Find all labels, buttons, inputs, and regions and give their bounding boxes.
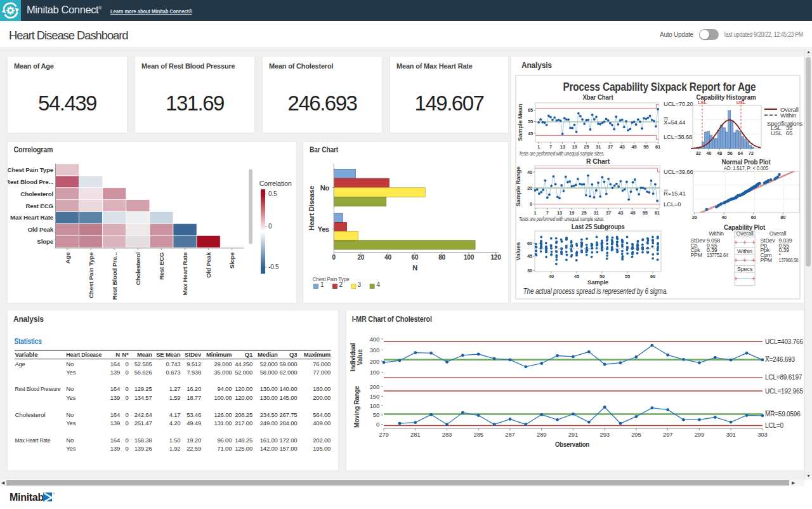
svg-text:180.00: 180.00	[313, 385, 331, 392]
svg-text:0.5: 0.5	[268, 190, 277, 197]
svg-text:49: 49	[631, 210, 636, 216]
svg-text:-0.5: -0.5	[268, 263, 279, 270]
svg-text:71.00: 71.00	[218, 445, 232, 452]
svg-text:Sample Range: Sample Range	[514, 166, 521, 206]
svg-text:126.00: 126.00	[214, 411, 232, 418]
svg-text:35.000: 35.000	[214, 369, 232, 376]
svg-text:UCL=403.766: UCL=403.766	[765, 338, 803, 345]
svg-text:140.00: 140.00	[279, 385, 297, 392]
svg-text:142.00: 142.00	[260, 445, 278, 452]
svg-text:129.25: 129.25	[134, 385, 152, 392]
svg-text:161.00: 161.00	[260, 437, 278, 444]
svg-text:284.00: 284.00	[279, 420, 297, 426]
svg-text:4.20: 4.20	[169, 420, 181, 426]
svg-text:Variable: Variable	[15, 351, 37, 358]
svg-text:202.00: 202.00	[313, 437, 331, 444]
svg-text:77.000: 77.000	[313, 369, 331, 376]
svg-text:Median: Median	[258, 351, 278, 358]
svg-text:LCL=0: LCL=0	[765, 422, 783, 429]
svg-text:0.743: 0.743	[166, 360, 181, 367]
svg-text:25: 25	[584, 144, 589, 150]
svg-text:R Chart: R Chart	[586, 157, 610, 165]
svg-text:80: 80	[438, 254, 445, 261]
svg-text:31: 31	[594, 210, 599, 216]
svg-text:43: 43	[620, 144, 625, 150]
svg-text:Rest Blood Pressure: Rest Blood Pressure	[15, 385, 60, 392]
svg-text:0: 0	[125, 385, 128, 392]
svg-text:72: 72	[749, 150, 754, 156]
svg-text:Slope: Slope	[228, 252, 235, 268]
svg-text:150: 150	[370, 393, 379, 400]
svg-text:50: 50	[373, 411, 379, 418]
svg-text:49: 49	[632, 144, 637, 150]
svg-text:Analysis: Analysis	[13, 315, 44, 324]
svg-text:Maximum: Maximum	[304, 351, 331, 358]
svg-text:45: 45	[528, 131, 533, 136]
svg-text:0: 0	[125, 369, 128, 376]
svg-text:295: 295	[631, 431, 641, 438]
svg-text:62.000: 62.000	[279, 369, 297, 376]
svg-text:267.75: 267.75	[279, 411, 297, 418]
svg-text:Analysis: Analysis	[521, 61, 552, 70]
svg-text:PPM: PPM	[761, 257, 772, 263]
svg-text:130.00: 130.00	[260, 394, 278, 401]
svg-text:The actual process spread is r: The actual process spread is represented…	[523, 287, 668, 296]
svg-text:61: 61	[655, 210, 660, 216]
svg-text:20: 20	[357, 254, 364, 261]
svg-text:I-MR Chart of Cholesterol: I-MR Chart of Cholesterol	[352, 315, 432, 324]
svg-text:UCL=39.66: UCL=39.66	[664, 168, 693, 175]
svg-text:0: 0	[125, 445, 128, 452]
svg-text:125.00: 125.00	[235, 445, 252, 452]
svg-text:Age: Age	[15, 360, 25, 367]
svg-text:0: 0	[125, 420, 128, 426]
svg-text:281: 281	[410, 431, 420, 438]
svg-text:Yes: Yes	[66, 420, 75, 426]
svg-text:291: 291	[568, 431, 578, 438]
svg-text:200: 200	[370, 383, 379, 390]
svg-text:X=246.693: X=246.693	[765, 356, 795, 363]
svg-text:Chest Pain Type: Chest Pain Type	[88, 252, 95, 298]
svg-text:100: 100	[464, 254, 475, 261]
svg-text:50: 50	[599, 274, 605, 279]
svg-text:65: 65	[528, 107, 533, 113]
svg-text:60: 60	[751, 215, 756, 220]
svg-text:Correlation: Correlation	[259, 180, 292, 187]
svg-text:31: 31	[596, 144, 601, 150]
svg-text:LCL=38.68: LCL=38.68	[664, 133, 692, 140]
svg-text:37: 37	[606, 210, 611, 216]
svg-text:164: 164	[110, 411, 120, 418]
svg-text:55: 55	[643, 210, 648, 216]
svg-text:409.00: 409.00	[313, 420, 331, 426]
svg-text:Capability Plot: Capability Plot	[724, 223, 765, 231]
svg-text:UCL=70.20: UCL=70.20	[664, 100, 693, 107]
svg-text:0: 0	[125, 411, 128, 418]
svg-text:48: 48	[717, 150, 722, 156]
svg-text:157.00: 157.00	[279, 445, 297, 452]
svg-text:2: 2	[339, 281, 343, 288]
svg-text:120.00: 120.00	[235, 385, 252, 392]
svg-text:37: 37	[608, 144, 613, 150]
svg-text:301: 301	[726, 431, 735, 438]
svg-text:N: N	[115, 351, 120, 358]
svg-text:29.000: 29.000	[214, 360, 232, 367]
svg-text:Correlogram: Correlogram	[13, 145, 53, 154]
svg-text:564.00: 564.00	[313, 411, 331, 418]
svg-text:242.64: 242.64	[134, 411, 152, 418]
svg-text:Statistics: Statistics	[15, 337, 42, 346]
svg-text:Sample Mean: Sample Mean	[516, 103, 523, 141]
svg-text:61: 61	[655, 144, 660, 150]
svg-text:Sample: Sample	[587, 279, 608, 286]
svg-text:195.00: 195.00	[313, 445, 331, 452]
svg-text:MR=59.0596: MR=59.0596	[765, 411, 801, 418]
svg-text:StDev: StDev	[185, 351, 202, 358]
svg-text:20: 20	[527, 185, 532, 191]
svg-text:Value: Value	[357, 349, 363, 366]
svg-text:299: 299	[695, 431, 704, 438]
svg-text:120.00: 120.00	[235, 394, 252, 401]
svg-text:7.938: 7.938	[187, 369, 201, 376]
svg-text:22.59: 22.59	[187, 445, 201, 452]
svg-text:Age: Age	[64, 252, 71, 264]
svg-text:76.000: 76.000	[313, 360, 331, 367]
svg-text:32: 32	[696, 150, 701, 156]
svg-text:200.00: 200.00	[313, 394, 331, 401]
